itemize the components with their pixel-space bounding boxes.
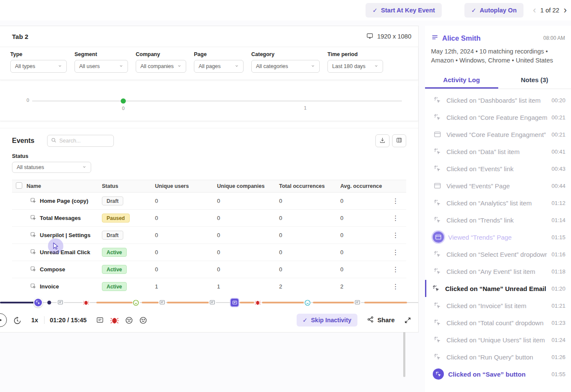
events-actions <box>375 134 406 147</box>
row-menu-button[interactable]: ⋮ <box>385 197 406 205</box>
activity-item[interactable]: Clicked on “Core Feature Engagem… 00:21 <box>425 109 571 126</box>
inactivity-segment <box>262 302 305 303</box>
row-menu-button[interactable]: ⋮ <box>385 231 406 239</box>
fullscreen-icon[interactable] <box>404 317 411 324</box>
previous-recording-icon[interactable]: ‹ <box>533 6 536 15</box>
filter-label: Company <box>136 51 186 57</box>
row-menu-button[interactable]: ⋮ <box>385 265 406 273</box>
skip-inactivity-toggle[interactable]: ✓ Skip Inactivity <box>297 314 357 327</box>
activity-text: Clicked on “Events” link <box>446 165 547 172</box>
activity-item[interactable]: Viewed “Core Feature Engagment” 00:21 <box>425 126 571 143</box>
playback-speed-button[interactable]: 1x <box>31 317 38 324</box>
time-period-filter-dropdown[interactable]: Last 180 days <box>327 60 383 73</box>
cell-value: 0 <box>279 232 340 238</box>
smile-icon[interactable] <box>139 316 147 324</box>
timeline-marker-event[interactable] <box>230 298 239 307</box>
row-menu-button[interactable]: ⋮ <box>385 282 406 291</box>
activity-item[interactable]: Viewed “Events” Page 00:44 <box>425 177 571 194</box>
activity-item-save[interactable]: Clicked on “Save” button 01:55 <box>425 365 571 383</box>
check-icon: ✓ <box>372 7 378 14</box>
activity-item[interactable]: Clicked on “Select Event” dropdown 01:16 <box>425 246 571 263</box>
category-filter-dropdown[interactable]: All categories <box>251 60 320 73</box>
table-scrollbar[interactable] <box>403 331 405 377</box>
click-icon <box>433 267 442 275</box>
chevron-down-icon <box>58 63 62 69</box>
start-at-key-event-button[interactable]: ✓ Start At Key Event <box>366 3 442 18</box>
timeline-scrubber[interactable] <box>0 298 418 307</box>
table-row[interactable]: Userpilot | Settings Draft 0 0 0 0 ⋮ <box>12 227 406 244</box>
activity-item[interactable]: Clicked on “Invoice” list item 01:21 <box>425 297 571 314</box>
timeline-marker-bug[interactable] <box>83 299 90 306</box>
activity-text: Viewed “Trends” Page <box>448 234 547 241</box>
tab-activity-log[interactable]: Activity Log <box>425 72 498 89</box>
activity-item[interactable]: Clicked on “Dashboards” list item 00:20 <box>425 92 571 109</box>
activity-time: 00:20 <box>551 97 565 104</box>
timeline-marker-frown[interactable] <box>304 299 311 306</box>
events-search[interactable] <box>47 135 114 147</box>
filter-category: Category All categories <box>251 51 320 73</box>
timeline-marker-note[interactable] <box>209 299 216 306</box>
download-button[interactable] <box>375 134 390 147</box>
tab-notes[interactable]: Notes (3) <box>498 72 571 89</box>
company-filter-dropdown[interactable]: All companies <box>136 60 186 73</box>
events-table: Name Status Unique users Unique companie… <box>12 180 406 312</box>
row-menu-button[interactable]: ⋮ <box>385 248 406 256</box>
column-header: Unique companies <box>217 183 279 189</box>
table-row[interactable]: Unread Email Click Active 0 0 0 0 ⋮ <box>12 244 406 261</box>
row-menu-button[interactable]: ⋮ <box>385 214 406 222</box>
activity-item[interactable]: Clicked on “Analytics” list item 01:12 <box>425 194 571 211</box>
timeline-marker-note[interactable] <box>354 299 361 306</box>
timeline-marker-bug[interactable] <box>254 299 261 306</box>
skip-forward-icon[interactable] <box>13 316 22 325</box>
timeline-marker-smile[interactable] <box>132 299 140 306</box>
page-icon <box>433 131 442 138</box>
share-button[interactable]: Share <box>367 316 395 324</box>
activity-time: 01:55 <box>551 371 565 377</box>
search-input[interactable] <box>59 138 106 144</box>
select-all-checkbox[interactable] <box>16 182 22 189</box>
chevron-down-icon <box>235 63 239 69</box>
cell-value: 0 <box>217 266 279 273</box>
activity-item[interactable]: Clicked on “Run Query” button 01:26 <box>425 348 571 365</box>
activity-item[interactable]: Clicked on “Data” list item 00:41 <box>425 143 571 160</box>
activity-item-active[interactable]: Clicked on “Name” Unread Email C… 01:20 <box>425 280 571 297</box>
next-recording-icon[interactable]: › <box>564 6 567 15</box>
timeline-marker-dot[interactable] <box>48 301 51 305</box>
frown-icon[interactable] <box>125 316 133 324</box>
timeline-marker-current[interactable] <box>33 298 43 307</box>
slider-track[interactable] <box>32 101 402 101</box>
activity-item[interactable]: Clicked on “Total count” dropdown 01:23 <box>425 314 571 331</box>
table-row[interactable]: Home Page (copy) Draft 0 0 0 0 ⋮ <box>12 193 406 210</box>
columns-button[interactable] <box>392 134 406 147</box>
autoplay-toggle-button[interactable]: ✓ Autoplay On <box>464 3 523 18</box>
segment-filter-dropdown[interactable]: All users <box>74 60 128 73</box>
click-icon <box>433 96 442 104</box>
activity-item[interactable]: Clicked on “Unique Users” list item 01:2… <box>425 331 571 348</box>
note-icon[interactable] <box>96 316 104 324</box>
status-dropdown[interactable]: All statuses <box>12 162 91 173</box>
top-toolbar: ✓ Start At Key Event ✓ Autoplay On ‹ 1 o… <box>0 0 571 21</box>
slider-handle[interactable] <box>121 98 126 104</box>
activity-item[interactable]: Clicked on “Any Event” list item 01:18 <box>425 263 571 280</box>
type-filter-dropdown[interactable]: All types <box>10 60 67 73</box>
replay-viewport: Tab 2 1920 x 1080 Type All types Segment… <box>0 26 419 333</box>
timeline-marker-note[interactable] <box>57 299 64 306</box>
activity-item[interactable]: Clicked on “Trends” link 01:14 <box>425 211 571 229</box>
timeline-marker-note[interactable] <box>159 299 166 306</box>
activity-time: 00:21 <box>551 114 565 121</box>
activity-time: 01:26 <box>551 354 565 360</box>
axis-label: 0 <box>27 98 29 103</box>
table-row[interactable]: Compose Active 0 0 0 0 ⋮ <box>12 261 406 278</box>
session-user[interactable]: Alice Smith <box>431 33 481 43</box>
bug-icon[interactable] <box>110 316 119 325</box>
table-row[interactable]: Invoice Active 1 1 2 2 ⋮ <box>12 278 406 295</box>
table-row[interactable]: Total Meesages Paused 0 0 0 0 ⋮ <box>12 210 406 227</box>
play-button[interactable] <box>0 313 7 327</box>
activity-item-current-view[interactable]: Viewed “Trends” Page 01:15 <box>425 229 571 246</box>
player-controls: 1x 01:20 / 15:45 ✓ Skip Inactivity <box>0 312 418 328</box>
activity-item[interactable]: Clicked on “Events” link 00:43 <box>425 160 571 177</box>
replay-cursor <box>48 238 63 254</box>
divider <box>44 316 45 324</box>
page-filter-dropdown[interactable]: All pages <box>194 60 244 73</box>
download-icon <box>379 137 386 145</box>
